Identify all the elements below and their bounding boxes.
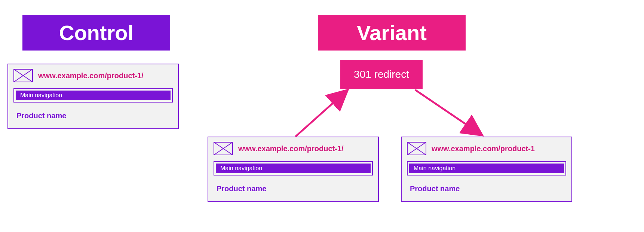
card-header: www.example.com/product-1/ (13, 69, 173, 82)
nav-outer: Main navigation (13, 88, 173, 103)
card-url: www.example.com/product-1/ (38, 71, 144, 80)
nav-bar: Main navigation (216, 164, 371, 173)
variant-card-1: www.example.com/product-1/ Main navigati… (208, 137, 379, 202)
product-name: Product name (217, 184, 373, 193)
nav-outer: Main navigation (407, 161, 566, 175)
svg-line-9 (295, 90, 348, 137)
svg-line-10 (415, 90, 482, 135)
placeholder-image-icon (13, 69, 33, 82)
variant-card-2: www.example.com/product-1 Main navigatio… (401, 137, 572, 202)
nav-bar: Main navigation (409, 164, 564, 173)
placeholder-image-icon (214, 142, 233, 155)
placeholder-image-icon (407, 142, 426, 155)
variant-title: Variant (318, 15, 466, 51)
product-name: Product name (410, 184, 566, 193)
nav-bar: Main navigation (16, 91, 171, 100)
card-url: www.example.com/product-1/ (238, 144, 344, 153)
card-header: www.example.com/product-1/ (214, 142, 373, 155)
card-header: www.example.com/product-1 (407, 142, 566, 155)
control-card: www.example.com/product-1/ Main navigati… (7, 64, 179, 129)
product-name: Product name (16, 112, 173, 120)
nav-outer: Main navigation (214, 161, 373, 175)
redirect-box: 301 redirect (340, 60, 423, 89)
control-title: Control (22, 15, 170, 51)
card-url: www.example.com/product-1 (432, 144, 535, 153)
